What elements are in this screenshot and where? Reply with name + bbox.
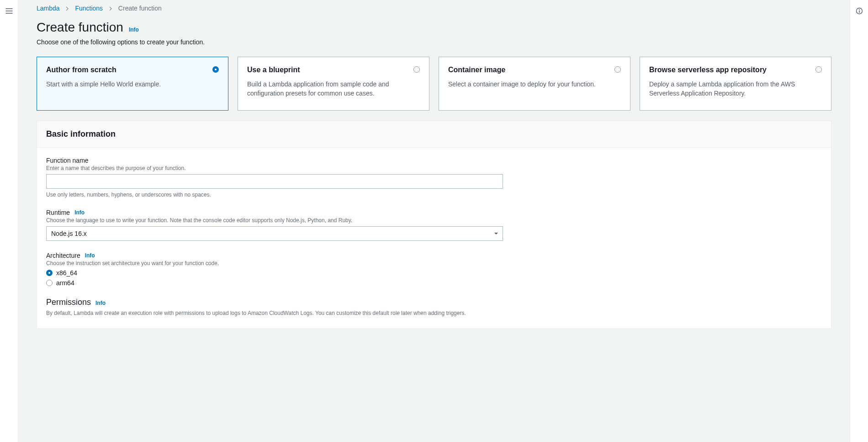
function-name-desc: Enter a name that describes the purpose … — [46, 165, 822, 171]
option-title: Use a blueprint — [247, 65, 408, 75]
option-desc: Select a container image to deploy for y… — [448, 80, 609, 89]
option-title: Container image — [448, 65, 609, 75]
radio-icon — [46, 270, 53, 276]
info-panel-icon[interactable] — [853, 5, 866, 17]
function-name-label: Function name — [46, 157, 89, 164]
permissions-label: Permissions — [46, 298, 91, 307]
page-subtitle: Choose one of the following options to c… — [37, 38, 831, 46]
page-info-link[interactable]: Info — [129, 27, 139, 33]
architecture-radio-x86[interactable]: x86_64 — [46, 269, 822, 277]
function-name-input[interactable] — [46, 174, 503, 189]
svg-rect-2 — [859, 11, 860, 13]
option-desc: Deploy a sample Lambda application from … — [649, 80, 810, 98]
runtime-selected-value: Node.js 16.x — [51, 230, 87, 237]
radio-icon — [212, 66, 219, 73]
panel-heading: Basic information — [46, 129, 822, 139]
radio-icon — [413, 66, 420, 73]
main-content: Lambda Functions Create function Create … — [18, 0, 850, 442]
breadcrumb-lambda[interactable]: Lambda — [37, 5, 60, 12]
breadcrumb: Lambda Functions Create function — [37, 2, 831, 20]
runtime-label: Runtime — [46, 209, 70, 216]
option-title: Author from scratch — [46, 65, 207, 75]
option-container-image[interactable]: Container image Select a container image… — [439, 57, 630, 111]
function-name-hint: Use only letters, numbers, hyphens, or u… — [46, 192, 822, 198]
option-desc: Start with a simple Hello World example. — [46, 80, 207, 89]
runtime-select[interactable]: Node.js 16.x — [46, 226, 503, 241]
architecture-info-link[interactable]: Info — [85, 252, 95, 259]
creation-option-tiles: Author from scratch Start with a simple … — [37, 57, 831, 111]
permissions-section: Permissions Info By default, Lambda will… — [46, 298, 822, 316]
breadcrumb-functions[interactable]: Functions — [75, 5, 103, 12]
right-rail — [850, 0, 868, 442]
function-name-section: Function name Enter a name that describe… — [46, 157, 822, 198]
runtime-desc: Choose the language to use to write your… — [46, 217, 822, 224]
option-serverless-repo[interactable]: Browse serverless app repository Deploy … — [640, 57, 831, 111]
architecture-desc: Choose the instruction set architecture … — [46, 260, 822, 266]
radio-label: arm64 — [56, 279, 74, 287]
architecture-section: Architecture Info Choose the instruction… — [46, 252, 822, 287]
radio-icon — [614, 66, 621, 73]
chevron-right-icon — [65, 6, 69, 11]
option-desc: Build a Lambda application from sample c… — [247, 80, 408, 98]
option-title: Browse serverless app repository — [649, 65, 810, 75]
architecture-label: Architecture — [46, 252, 80, 259]
radio-icon — [815, 66, 822, 73]
permissions-info-link[interactable]: Info — [95, 300, 106, 306]
permissions-desc: By default, Lambda will create an execut… — [46, 310, 822, 316]
radio-label: x86_64 — [56, 269, 77, 277]
chevron-right-icon — [108, 6, 113, 11]
page-title: Create function — [37, 20, 123, 35]
runtime-section: Runtime Info Choose the language to use … — [46, 209, 822, 241]
option-use-blueprint[interactable]: Use a blueprint Build a Lambda applicati… — [238, 57, 429, 111]
panel-body: Function name Enter a name that describe… — [37, 148, 831, 328]
architecture-radio-arm64[interactable]: arm64 — [46, 279, 822, 287]
svg-point-1 — [859, 9, 860, 10]
menu-toggle-icon[interactable] — [3, 5, 16, 17]
radio-icon — [46, 280, 53, 286]
left-rail — [0, 0, 18, 442]
breadcrumb-current: Create function — [118, 5, 162, 12]
option-author-from-scratch[interactable]: Author from scratch Start with a simple … — [37, 57, 228, 111]
runtime-info-link[interactable]: Info — [74, 209, 85, 216]
panel-header: Basic information — [37, 121, 831, 148]
basic-information-panel: Basic information Function name Enter a … — [37, 121, 831, 329]
